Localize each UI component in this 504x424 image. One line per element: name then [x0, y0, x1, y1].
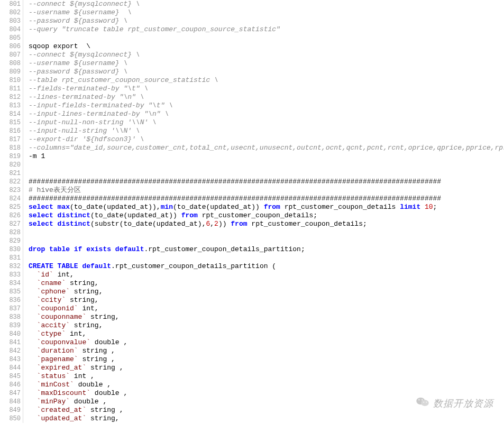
code-line[interactable]: CREATE TABLE default.rpt_customer_coupon… — [29, 262, 504, 271]
line-number: 801 — [0, 0, 21, 8]
code-line[interactable]: --username ${username} \ — [29, 59, 504, 68]
line-number-gutter: 8018028038048058068078088098108118128138… — [0, 0, 23, 423]
code-line[interactable]: --connect ${mysqlconnect} \ — [29, 0, 504, 8]
line-number: 817 — [0, 135, 21, 144]
code-line[interactable]: --export-dir '${hdfscon3}' \ — [29, 135, 504, 144]
code-line[interactable]: `expired_at` string , — [29, 364, 504, 372]
code-line[interactable]: select distinct(substr(to_date(updated_a… — [29, 220, 504, 228]
code-line[interactable]: # hive表天分区 — [29, 186, 504, 195]
line-number: 812 — [0, 93, 21, 102]
code-line[interactable]: -m 1 — [29, 152, 504, 161]
code-line[interactable]: ########################################… — [29, 178, 504, 186]
code-line[interactable]: select max(to_date(updated_at)),min(to_d… — [29, 203, 504, 211]
code-line[interactable]: `status` int , — [29, 372, 504, 381]
line-number: 807 — [0, 51, 21, 59]
line-number: 845 — [0, 372, 21, 381]
line-number: 834 — [0, 279, 21, 288]
code-line[interactable] — [29, 237, 504, 245]
code-line[interactable]: --table rpt_customer_coupon_source_stati… — [29, 76, 504, 85]
line-number: 829 — [0, 237, 21, 245]
code-line[interactable] — [29, 34, 504, 42]
code-line[interactable] — [29, 228, 504, 237]
code-line[interactable]: `ctype` int, — [29, 330, 504, 338]
code-line[interactable]: --input-null-non-string '\\N' \ — [29, 118, 504, 127]
line-number: 837 — [0, 305, 21, 313]
line-number: 814 — [0, 110, 21, 118]
code-line[interactable]: `cname` string, — [29, 279, 504, 288]
line-number: 808 — [0, 59, 21, 68]
line-number: 813 — [0, 102, 21, 110]
line-number: 820 — [0, 161, 21, 169]
code-line[interactable] — [29, 161, 504, 169]
code-line[interactable]: --username ${username} \ — [29, 8, 504, 17]
line-number: 823 — [0, 186, 21, 195]
line-number: 846 — [0, 381, 21, 389]
code-area[interactable]: 数据开放资源 --connect ${mysqlconnect} \--user… — [23, 0, 504, 423]
line-number: 805 — [0, 34, 21, 42]
line-number: 810 — [0, 76, 21, 85]
code-line[interactable]: --input-fields-terminated-by "\t" \ — [29, 102, 504, 110]
code-line[interactable]: --input-lines-terminated-by "\n" \ — [29, 110, 504, 118]
line-number: 819 — [0, 152, 21, 161]
line-number: 809 — [0, 68, 21, 76]
code-line[interactable] — [29, 169, 504, 178]
code-line[interactable]: `created_at` string , — [29, 406, 504, 414]
code-line[interactable]: `duration` string , — [29, 347, 504, 355]
code-line[interactable]: `couponvalue` double , — [29, 338, 504, 347]
code-line[interactable]: --lines-terminated-by "\n" \ — [29, 93, 504, 102]
code-line[interactable]: `maxDiscount` double , — [29, 389, 504, 398]
line-number: 843 — [0, 355, 21, 364]
code-line[interactable]: sqoop export \ — [29, 42, 504, 51]
line-number: 842 — [0, 347, 21, 355]
code-line[interactable]: drop table if exists default.rpt_custome… — [29, 245, 504, 254]
code-line[interactable]: --password ${password} \ — [29, 68, 504, 76]
line-number: 806 — [0, 42, 21, 51]
code-line[interactable] — [29, 254, 504, 262]
line-number: 848 — [0, 398, 21, 406]
line-number: 827 — [0, 220, 21, 228]
code-line[interactable]: `couponname` string, — [29, 313, 504, 321]
line-number: 824 — [0, 195, 21, 203]
code-line[interactable]: `accity` string, — [29, 321, 504, 330]
code-line[interactable]: `id` int, — [29, 271, 504, 279]
line-number: 836 — [0, 296, 21, 305]
line-number: 839 — [0, 321, 21, 330]
line-number: 802 — [0, 8, 21, 17]
line-number: 831 — [0, 254, 21, 262]
code-line[interactable]: `pagename` string , — [29, 355, 504, 364]
line-number: 847 — [0, 389, 21, 398]
line-number: 830 — [0, 245, 21, 254]
line-number: 816 — [0, 127, 21, 135]
code-line[interactable]: `cphone` string, — [29, 288, 504, 296]
code-line[interactable]: --columns="date_id,source,customer_cnt,t… — [29, 144, 504, 152]
line-number: 841 — [0, 338, 21, 347]
code-line[interactable]: --input-null-string '\\N' \ — [29, 127, 504, 135]
code-editor: 8018028038048058068078088098108118128138… — [0, 0, 504, 423]
code-line[interactable]: --password ${password} \ — [29, 17, 504, 25]
line-number: 849 — [0, 406, 21, 414]
line-number: 815 — [0, 118, 21, 127]
code-line[interactable]: --connect ${mysqlconnect} \ — [29, 51, 504, 59]
line-number: 804 — [0, 25, 21, 34]
code-line[interactable]: ########################################… — [29, 195, 504, 203]
code-line[interactable]: select distinct(to_date(updated_at)) fro… — [29, 211, 504, 220]
line-number: 826 — [0, 211, 21, 220]
line-number: 850 — [0, 414, 21, 423]
line-number: 844 — [0, 364, 21, 372]
code-line[interactable]: `couponid` int, — [29, 305, 504, 313]
line-number: 838 — [0, 313, 21, 321]
code-line[interactable]: `updated_at` string, — [29, 414, 504, 423]
line-number: 835 — [0, 288, 21, 296]
line-number: 840 — [0, 330, 21, 338]
code-line[interactable]: `ccity` string, — [29, 296, 504, 305]
code-line[interactable]: --query "truncate table rpt_customer_cou… — [29, 25, 504, 34]
line-number: 818 — [0, 144, 21, 152]
line-number: 832 — [0, 262, 21, 271]
code-line[interactable]: --fields-terminated-by "\t" \ — [29, 85, 504, 93]
line-number: 811 — [0, 85, 21, 93]
line-number: 825 — [0, 203, 21, 211]
code-line[interactable]: `minPay` double , — [29, 398, 504, 406]
line-number: 828 — [0, 228, 21, 237]
code-line[interactable]: `minCost` double , — [29, 381, 504, 389]
line-number: 833 — [0, 271, 21, 279]
